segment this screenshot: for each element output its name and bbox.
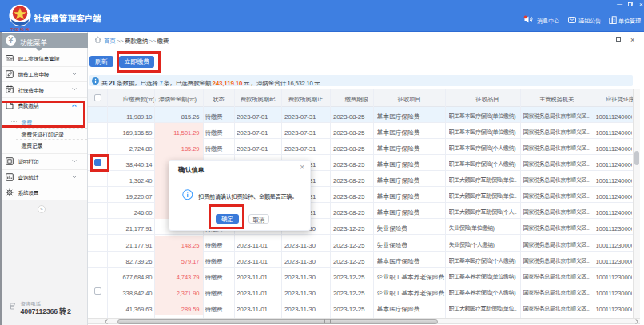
svg-text:¥: ¥ <box>8 35 13 46</box>
svg-text:«: « <box>40 205 43 212</box>
svg-text:中国税务: 中国税务 <box>10 26 30 32</box>
